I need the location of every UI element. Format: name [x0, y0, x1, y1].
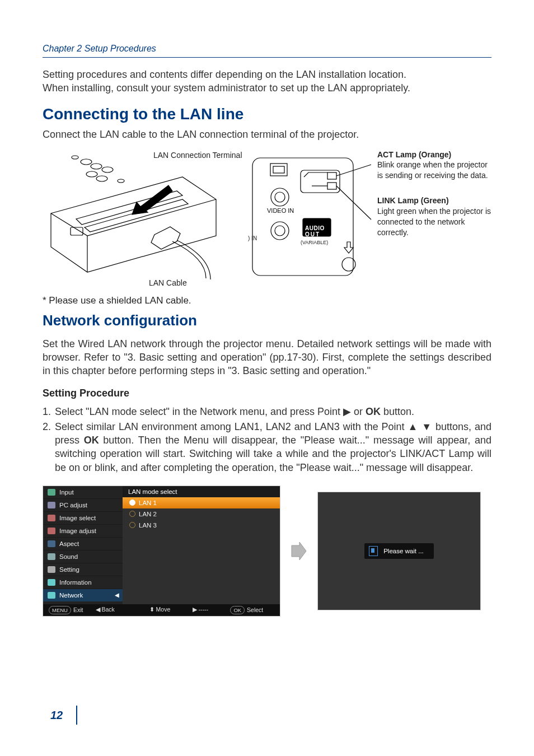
svg-point-2 [91, 164, 102, 169]
image-select-icon [48, 515, 55, 521]
sidebar-item-network[interactable]: Network [43, 589, 123, 601]
back-arrow-icon: ◀ [96, 606, 100, 613]
svg-marker-8 [140, 185, 172, 212]
lan-option-3-label: LAN 3 [139, 522, 157, 529]
step-1: 1. Select "LAN mode select" in the Netwo… [43, 405, 491, 418]
svg-point-16 [271, 188, 289, 206]
input-icon [48, 489, 55, 496]
sidebar-label-aspect: Aspect [59, 540, 79, 547]
image-adjust-icon [48, 528, 55, 534]
sidebar-item-setting[interactable]: Setting [43, 563, 123, 576]
footer-back-label: Back [101, 606, 114, 613]
svg-point-19 [275, 226, 285, 236]
sidebar-label-image-select: Image select [59, 515, 96, 521]
step-1-mid: or [351, 406, 366, 417]
projector-menu-screenshot: Input PC adjust Image select Image adjus… [43, 486, 280, 617]
svg-marker-24 [292, 542, 306, 560]
svg-line-23 [336, 186, 371, 220]
setting-procedure-heading: Setting Procedure [43, 388, 491, 399]
out-label: OUT [305, 231, 320, 237]
sidebar-item-information[interactable]: Information [43, 576, 123, 589]
pc-adjust-icon [48, 502, 55, 508]
lan-option-1-label: LAN 1 [139, 500, 157, 506]
chapter-heading: Chapter 2 Setup Procedures [43, 44, 491, 58]
step-2-ok: OK [84, 435, 99, 446]
svg-point-1 [81, 159, 92, 165]
footer-select[interactable]: OKSelect [230, 606, 263, 614]
network-config-paragraph: Set the Wired LAN network through the pr… [43, 337, 491, 378]
sidebar-label-pc-adjust: PC adjust [59, 502, 87, 508]
point-up-icon: ▲ [408, 421, 419, 432]
ok-button-icon: OK [230, 606, 245, 614]
step-2-pre: Select similar LAN environment among LAN… [55, 421, 408, 432]
footer-next[interactable]: ▶ ----- [193, 606, 208, 614]
footer-next-label: ----- [199, 606, 208, 613]
sidebar-item-sound[interactable]: Sound [43, 550, 123, 563]
svg-rect-12 [273, 166, 284, 173]
sidebar-label-setting: Setting [59, 566, 79, 573]
lan-cable-label: LAN Cable [149, 278, 187, 287]
menu-main-panel: LAN mode select LAN 1 LAN 2 LAN 3 [123, 486, 280, 604]
sidebar-label-network: Network [59, 592, 83, 599]
please-wait-badge: Please wait ... [364, 543, 434, 559]
lan-option-2[interactable]: LAN 2 [123, 508, 280, 520]
lan-option-3[interactable]: LAN 3 [123, 520, 280, 531]
please-wait-screenshot: Please wait ... [317, 492, 481, 610]
svg-point-3 [86, 171, 97, 177]
menu-footer-bar: MENUExit ◀ Back ⬍ Move ▶ ----- OKSelect [43, 604, 280, 616]
menu-main-title: LAN mode select [123, 486, 280, 497]
svg-line-22 [336, 165, 371, 176]
section-connecting-lead: Connect the LAN cable to the LAN connect… [43, 129, 491, 141]
sound-icon [48, 553, 55, 560]
link-lamp-title: LINK Lamp (Green) [377, 196, 449, 205]
act-lamp-title: ACT Lamp (Orange) [377, 150, 451, 159]
video-in-label: VIDEO IN [267, 207, 294, 214]
link-lamp-desc: Light green when the projector is connec… [377, 207, 491, 237]
intro-paragraph: Setting procedures and contents differ d… [43, 68, 491, 95]
sidebar-item-image-select[interactable]: Image select [43, 511, 123, 524]
projector-illustration: LAN Connection Terminal [43, 146, 244, 292]
step-2: 2. Select similar LAN environment among … [43, 420, 491, 474]
footer-exit-label: Exit [73, 606, 83, 613]
port-panel-illustration: VIDEO IN AUDIO OUT (VARIABLE) ) IN [249, 152, 373, 287]
lan-option-2-label: LAN 2 [139, 511, 157, 517]
aspect-icon [48, 540, 55, 547]
footer-move[interactable]: ⬍ Move [149, 606, 171, 614]
radio-icon [129, 511, 135, 517]
next-arrow-icon: ▶ [193, 606, 197, 613]
step-2-number: 2. [43, 420, 55, 474]
point-right-icon: ▶ [343, 406, 351, 417]
radio-icon [129, 522, 135, 528]
step-1-number: 1. [43, 405, 55, 418]
act-lamp-desc: Blink orange when the projector is sendi… [377, 160, 488, 180]
svg-point-0 [72, 156, 78, 159]
footer-back[interactable]: ◀ Back [96, 606, 115, 614]
sidebar-item-aspect[interactable]: Aspect [43, 537, 123, 550]
svg-point-5 [102, 167, 113, 172]
point-down-icon: ▼ [421, 421, 432, 432]
lamp-descriptions: ACT Lamp (Orange) Blink orange when the … [377, 146, 491, 292]
audio-label: AUDIO [305, 225, 325, 231]
footer-exit[interactable]: MENUExit [49, 606, 83, 614]
sidebar-label-information: Information [59, 579, 92, 586]
sidebar-item-input[interactable]: Input [43, 486, 123, 498]
step-1-ok: OK [366, 406, 381, 417]
sidebar-item-pc-adjust[interactable]: PC adjust [43, 498, 123, 511]
variable-label: (VARIABLE) [301, 240, 328, 245]
menu-screenshots-row: Input PC adjust Image select Image adjus… [43, 486, 491, 617]
diagram-row: LAN Connection Terminal [43, 146, 491, 292]
footer-select-label: Select [247, 606, 263, 613]
step-2-post: button. Then the Menu will disappear, th… [55, 435, 491, 473]
sidebar-item-image-adjust[interactable]: Image adjust [43, 524, 123, 537]
move-updown-icon: ⬍ [149, 606, 154, 613]
menu-button-icon: MENU [49, 606, 71, 614]
network-icon [48, 592, 55, 599]
transition-arrow-icon [291, 540, 307, 562]
menu-sidebar: Input PC adjust Image select Image adjus… [43, 486, 123, 604]
radio-icon [129, 500, 135, 506]
setting-procedure-steps: 1. Select "LAN mode select" in the Netwo… [43, 405, 491, 474]
lan-option-1[interactable]: LAN 1 [123, 497, 280, 508]
svg-rect-14 [327, 172, 336, 179]
lan-connection-terminal-label: LAN Connection Terminal [153, 151, 243, 160]
sidebar-label-input: Input [59, 489, 74, 496]
